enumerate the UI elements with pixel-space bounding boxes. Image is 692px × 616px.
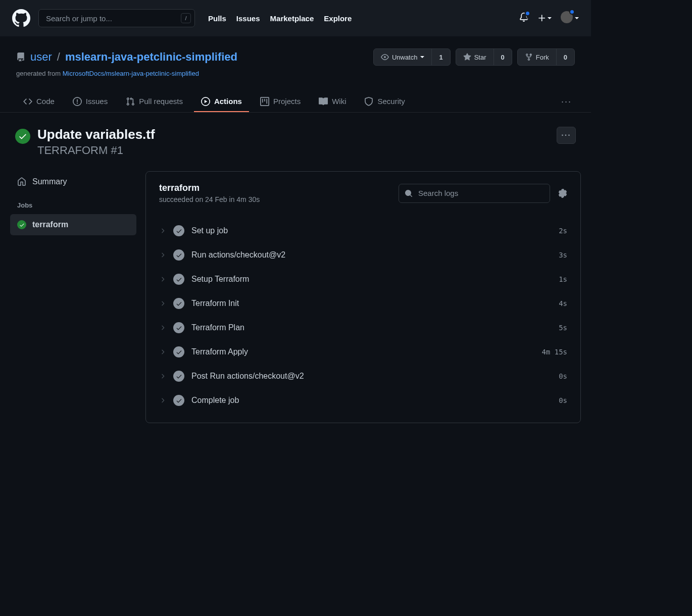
chevron-right-icon bbox=[159, 227, 166, 234]
step-row[interactable]: Complete job 0s bbox=[159, 388, 567, 413]
step-row[interactable]: Set up job 2s bbox=[159, 219, 567, 243]
step-row[interactable]: Run actions/checkout@v2 3s bbox=[159, 243, 567, 267]
pull-request-icon bbox=[126, 97, 135, 106]
step-name: Complete job bbox=[191, 396, 552, 405]
step-status-success-icon bbox=[173, 322, 184, 333]
step-duration: 1s bbox=[559, 275, 567, 283]
issue-icon bbox=[73, 97, 82, 106]
project-icon bbox=[260, 97, 269, 106]
fork-label: Fork bbox=[536, 54, 549, 61]
job-status-text: succeeded on 24 Feb in 4m 30s bbox=[159, 195, 390, 203]
step-status-success-icon bbox=[173, 249, 184, 261]
tab-code[interactable]: Code bbox=[16, 91, 62, 112]
fork-count: 0 bbox=[556, 49, 574, 65]
step-status-success-icon bbox=[173, 298, 184, 309]
tab-actions[interactable]: Actions bbox=[194, 91, 249, 112]
star-label: Star bbox=[474, 54, 486, 61]
step-row[interactable]: Terraform Plan 5s bbox=[159, 316, 567, 340]
sidebar-item-label: Summary bbox=[32, 177, 67, 186]
home-icon bbox=[17, 177, 26, 186]
nav-issues[interactable]: Issues bbox=[236, 14, 260, 23]
repo-name-link[interactable]: mslearn-java-petclinic-simplified bbox=[65, 50, 237, 64]
step-duration: 4s bbox=[559, 299, 567, 307]
tab-wiki[interactable]: Wiki bbox=[312, 91, 353, 112]
step-duration: 3s bbox=[559, 251, 567, 259]
run-status-success-icon bbox=[15, 129, 30, 144]
plus-icon bbox=[537, 14, 547, 23]
tab-projects[interactable]: Projects bbox=[253, 91, 308, 112]
nav-pulls[interactable]: Pulls bbox=[208, 14, 226, 23]
step-row[interactable]: Setup Terraform 1s bbox=[159, 267, 567, 291]
step-name: Set up job bbox=[191, 226, 552, 235]
search-icon bbox=[405, 189, 413, 197]
step-name: Run actions/checkout@v2 bbox=[191, 250, 552, 260]
template-source-link[interactable]: MicrosoftDocs/mslearn-java-petclinic-sim… bbox=[63, 70, 199, 77]
step-status-success-icon bbox=[173, 274, 184, 285]
fork-icon bbox=[525, 53, 533, 61]
github-logo-icon[interactable] bbox=[12, 9, 30, 27]
chevron-right-icon bbox=[159, 348, 166, 355]
step-duration: 4m 15s bbox=[541, 348, 567, 356]
step-duration: 2s bbox=[559, 227, 567, 235]
chevron-right-icon bbox=[159, 324, 166, 331]
chevron-right-icon bbox=[159, 300, 166, 307]
code-icon bbox=[23, 97, 32, 106]
generated-from-text: generated from MicrosoftDocs/mslearn-jav… bbox=[16, 70, 575, 77]
step-row[interactable]: Post Run actions/checkout@v2 0s bbox=[159, 364, 567, 388]
sidebar-item-summary[interactable]: Summary bbox=[10, 171, 136, 192]
sidebar-item-label: terraform bbox=[32, 220, 68, 229]
chevron-right-icon bbox=[159, 373, 166, 380]
caret-down-icon bbox=[420, 56, 424, 58]
caret-down-icon bbox=[575, 17, 579, 19]
run-subtitle: TERRAFORM #1 bbox=[37, 144, 550, 157]
watch-count: 1 bbox=[431, 49, 450, 65]
unwatch-label: Unwatch bbox=[392, 54, 418, 61]
tab-issues[interactable]: Issues bbox=[66, 91, 115, 112]
chevron-right-icon bbox=[159, 276, 166, 283]
repo-owner-link[interactable]: user bbox=[30, 50, 52, 64]
caret-down-icon bbox=[548, 17, 552, 19]
step-status-success-icon bbox=[173, 371, 184, 382]
step-status-success-icon bbox=[173, 225, 184, 236]
notification-dot bbox=[525, 11, 530, 16]
unwatch-button[interactable]: Unwatch 1 bbox=[373, 48, 451, 66]
tab-security[interactable]: Security bbox=[357, 91, 412, 112]
step-name: Terraform Init bbox=[191, 299, 552, 308]
sidebar-item-terraform[interactable]: terraform bbox=[10, 214, 136, 235]
play-icon bbox=[201, 97, 210, 106]
chevron-right-icon bbox=[159, 397, 166, 404]
book-icon bbox=[319, 97, 328, 106]
star-count: 0 bbox=[493, 49, 512, 65]
repo-icon bbox=[16, 53, 25, 62]
chevron-right-icon bbox=[159, 251, 166, 259]
nav-marketplace[interactable]: Marketplace bbox=[270, 14, 314, 23]
run-title: Update variables.tf bbox=[37, 127, 550, 142]
notifications-button[interactable] bbox=[519, 13, 528, 24]
nav-explore[interactable]: Explore bbox=[324, 14, 352, 23]
step-row[interactable]: Terraform Init 4s bbox=[159, 291, 567, 316]
step-name: Setup Terraform bbox=[191, 275, 552, 284]
fork-button[interactable]: Fork 0 bbox=[517, 48, 575, 66]
job-title: terraform bbox=[159, 183, 390, 193]
step-status-success-icon bbox=[173, 346, 184, 357]
settings-button[interactable] bbox=[558, 189, 567, 198]
step-status-success-icon bbox=[173, 395, 184, 406]
tab-pull-requests[interactable]: Pull requests bbox=[119, 91, 190, 112]
run-options-menu[interactable]: ··· bbox=[557, 127, 576, 144]
create-new-dropdown[interactable] bbox=[537, 14, 552, 23]
star-button[interactable]: Star 0 bbox=[456, 48, 512, 66]
avatar-status-dot bbox=[569, 9, 575, 15]
step-name: Terraform Apply bbox=[191, 347, 534, 356]
user-menu[interactable] bbox=[561, 11, 579, 25]
eye-icon bbox=[381, 53, 389, 61]
breadcrumb-separator: / bbox=[57, 50, 60, 64]
log-search-input[interactable] bbox=[399, 184, 550, 203]
step-row[interactable]: Terraform Apply 4m 15s bbox=[159, 340, 567, 364]
tab-overflow-menu[interactable]: ··· bbox=[558, 91, 575, 112]
job-status-success-icon bbox=[17, 220, 26, 229]
step-duration: 0s bbox=[559, 372, 567, 380]
search-input[interactable] bbox=[38, 9, 195, 27]
step-duration: 0s bbox=[559, 396, 567, 404]
step-name: Post Run actions/checkout@v2 bbox=[191, 372, 552, 381]
star-icon bbox=[463, 53, 471, 61]
